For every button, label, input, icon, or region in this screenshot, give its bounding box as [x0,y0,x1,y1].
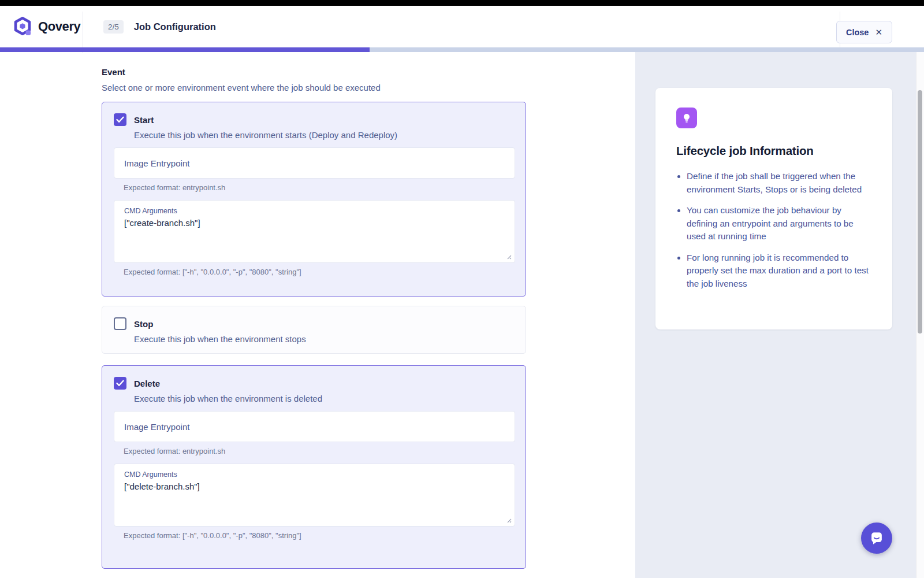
start-checkbox-row: Start [114,113,514,126]
close-icon: ✕ [875,27,882,38]
help-panel: Lifecycle job Information Define if the … [635,52,916,578]
help-bullet: You can customize the job behaviour by d… [687,204,871,243]
delete-cmd-arguments-field[interactable]: CMD Arguments ["delete-branch.sh"] [114,464,515,527]
help-bullet: Define if the job shall be triggered whe… [687,170,871,196]
lightbulb-icon [676,108,697,128]
start-cmd-arguments-label: CMD Arguments [124,207,505,215]
event-card-stop[interactable]: Stop Execute this job when the environme… [102,306,526,354]
stop-label: Stop [134,319,153,329]
brand-name: Qovery [38,19,80,34]
delete-description: Execute this job when the environment is… [134,394,514,403]
delete-cmd-arguments-label: CMD Arguments [124,470,505,479]
qovery-logo-icon [13,16,32,37]
chat-launcher-button[interactable] [861,523,892,554]
help-bullet-list: Define if the job shall be triggered whe… [676,170,871,290]
help-card: Lifecycle job Information Define if the … [655,88,892,329]
check-icon [116,116,124,123]
check-icon [116,380,124,387]
stop-checkbox-row: Stop [114,317,514,330]
event-card-start[interactable]: Start Execute this job when the environm… [102,102,526,297]
lightbulb-glyph [681,112,692,124]
close-button[interactable]: Close ✕ [836,21,892,43]
start-cmd-arguments-textarea[interactable]: ["create-branch.sh"] [124,218,505,251]
delete-cmd-arguments-textarea[interactable]: ["delete-branch.sh"] [124,481,505,515]
page-scrollbar[interactable] [916,52,924,578]
close-button-label: Close [846,28,869,37]
delete-entrypoint-helper: Expected format: entrypoint.sh [124,447,514,455]
delete-checkbox-row: Delete [114,377,514,390]
event-card-delete[interactable]: Delete Execute this job when the environ… [102,365,526,569]
start-cmd-arguments-field[interactable]: CMD Arguments ["create-branch.sh"] [114,200,515,263]
event-section-description: Select one or more environment event whe… [102,83,381,92]
start-label: Start [134,115,154,125]
resize-handle-icon[interactable] [506,517,512,523]
wizard-progress-track [0,47,924,52]
start-image-entrypoint-input[interactable] [114,147,515,179]
stop-description: Execute this job when the environment st… [134,334,514,344]
delete-label: Delete [134,379,160,388]
help-title: Lifecycle job Information [676,144,871,158]
resize-handle-icon[interactable] [506,254,512,260]
start-description: Execute this job when the environment st… [134,130,514,140]
step-badge: 2/5 [103,20,124,34]
event-section-title: Event [102,67,125,77]
start-checkbox[interactable] [114,113,126,126]
start-entrypoint-helper: Expected format: entrypoint.sh [124,183,514,192]
page-title: Job Configuration [134,21,216,32]
qovery-logo: Qovery [0,16,83,37]
delete-image-entrypoint-input[interactable] [114,411,515,442]
scrollbar-thumb[interactable] [918,90,922,334]
chat-bubble-icon [869,530,885,546]
wizard-header: Qovery 2/5 Job Configuration Close ✕ [0,6,924,47]
delete-cmd-helper: Expected format: ["-h", "0.0.0.0", "-p",… [124,531,514,540]
wizard-progress-fill [0,47,370,52]
top-black-bar [0,0,924,6]
delete-checkbox[interactable] [114,377,126,390]
start-cmd-helper: Expected format: ["-h", "0.0.0.0", "-p",… [124,268,514,276]
help-bullet: For long running job it is recommended t… [687,251,871,291]
stop-checkbox[interactable] [114,317,126,330]
job-configuration-wizard: Qovery 2/5 Job Configuration Close ✕ Eve… [0,0,924,578]
